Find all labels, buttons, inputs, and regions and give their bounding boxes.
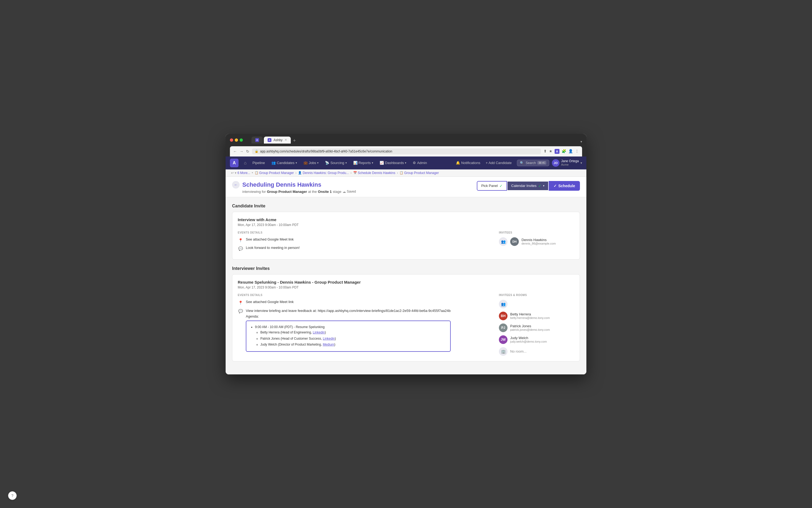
schedule-check-icon: ✓: [553, 184, 557, 188]
user-menu[interactable]: JO Jane Ortega Acme ▾: [552, 159, 582, 167]
nav-dashboards[interactable]: 📈 Dashboards ▾: [377, 160, 409, 166]
nav-reports-label: Reports: [359, 161, 371, 165]
tab-favicon-active: A: [268, 138, 271, 142]
search-bar[interactable]: 🔍 Search ⌘+K: [517, 160, 549, 166]
judy-info: Judy Welch judy.welch@demo.tony.com: [510, 336, 547, 343]
add-candidate-button[interactable]: + Add Candidate: [483, 160, 514, 166]
person-icon: 👤: [298, 171, 302, 174]
agenda-p3-link[interactable]: Medium: [323, 343, 334, 346]
reload-button[interactable]: ↻: [246, 149, 249, 154]
agenda-p1-suffix: ): [325, 331, 326, 334]
notifications-button[interactable]: 🔔 Notifications: [456, 161, 480, 165]
nav-candidates[interactable]: 👥 Candidates ▾: [269, 160, 300, 166]
top-nav: A ⌂ Pipeline 👥 Candidates ▾ 💼 Jobs ▾ 📡 S…: [226, 157, 586, 169]
nav-admin[interactable]: ⚙ Admin: [410, 160, 430, 166]
interviewer-location-icon: 📍: [238, 300, 243, 305]
bookmark-icon[interactable]: ★: [549, 149, 552, 154]
invitee-group-icon-row: 👥: [499, 300, 574, 308]
inactive-tab[interactable]: A: [252, 136, 263, 143]
nav-sourcing[interactable]: 📡 Sourcing ▾: [322, 160, 349, 166]
user-profile-icon[interactable]: 👤: [568, 149, 573, 154]
briefcase-icon: 📋: [255, 171, 259, 174]
page-title: ← Scheduling Dennis Hawkins: [232, 181, 356, 188]
job-icon: 📋: [400, 171, 403, 174]
breadcrumb-sep1: •: [252, 171, 253, 175]
calendar-icon: 📅: [353, 171, 357, 174]
extensions-icon[interactable]: 🧩: [561, 149, 566, 154]
candidate-event-title: Interview with Acme: [238, 217, 574, 222]
breadcrumb-sep3: ›: [351, 171, 352, 175]
tab-close-icon[interactable]: ✕: [284, 138, 287, 142]
menu-icon[interactable]: ⋮: [575, 149, 579, 154]
agenda-p2-suffix: ): [335, 337, 336, 340]
dennis-info: Dennis Hawkins dennis_86@example.com: [522, 238, 556, 245]
schedule-button[interactable]: ✓ Schedule: [549, 181, 580, 191]
active-tab[interactable]: A Ashby ✕: [264, 136, 291, 143]
schedule-label: Schedule: [558, 184, 575, 188]
window-controls[interactable]: ▾: [581, 140, 582, 143]
nav-logo[interactable]: A: [230, 159, 238, 167]
nav-dashboards-icon: 📈: [379, 161, 384, 165]
minimize-button[interactable]: [235, 138, 238, 142]
jobs-chevron-icon: ▾: [317, 161, 318, 164]
traffic-lights: [230, 138, 243, 142]
nav-right: 🔔 Notifications + Add Candidate 🔍 Search…: [456, 159, 582, 167]
nav-pipeline[interactable]: Pipeline: [250, 160, 268, 166]
location-icon: 📍: [238, 238, 243, 243]
browser-controls: A A Ashby ✕ + ▾: [230, 136, 582, 143]
nav-dashboards-label: Dashboards: [385, 161, 404, 165]
share-icon[interactable]: ⬆: [544, 149, 547, 154]
interviewer-detail-row-2: 💬 View interview briefing and leave feed…: [238, 308, 488, 352]
page-header: ← Scheduling Dennis Hawkins interviewing…: [226, 177, 586, 197]
nav-jobs[interactable]: 💼 Jobs ▾: [301, 160, 321, 166]
patrick-name: Patrick Jones: [510, 324, 550, 328]
url-bar-row: ← → ↻ 🔒 app.ashbyhq.com/schedules/drafts…: [230, 146, 582, 157]
subtitle-prefix: interviewing for: [242, 189, 266, 194]
calendar-invites-button[interactable]: Calendar Invites ✓ ▾: [507, 181, 548, 190]
breadcrumb-item2[interactable]: 👤 Dennis Hawkins: Group Produ...: [298, 171, 349, 175]
nav-sourcing-label: Sourcing: [330, 161, 344, 165]
user-menu-chevron-icon: ▾: [581, 161, 582, 165]
breadcrumb-sep2: ›: [295, 171, 297, 175]
home-button[interactable]: ⌂: [242, 160, 249, 166]
back-button[interactable]: ←: [232, 181, 240, 188]
help-icon: ?: [11, 494, 13, 498]
address-bar[interactable]: 🔒 app.ashbyhq.com/schedules/drafts/98ba0…: [252, 149, 541, 154]
notifications-label: Notifications: [461, 161, 480, 165]
browser-actions: ⬆ ★ A 🧩 👤 ⋮: [544, 149, 579, 154]
lock-icon: 🔒: [255, 150, 259, 153]
breadcrumb-item4[interactable]: 📋 Group Product Manager: [400, 171, 439, 175]
betty-info: Betty Herrera betty.herrera@demo.tony.co…: [510, 312, 550, 320]
calendar-chevron-icon: ▾: [543, 184, 544, 187]
breadcrumb-history-icon[interactable]: ↩: [231, 171, 234, 175]
agenda-p1-link[interactable]: Linkedin: [313, 331, 325, 334]
interviewer-detail-1-text: See attached Google Meet link: [246, 300, 294, 304]
breadcrumb-item1[interactable]: 📋 Group Product Manager: [255, 171, 294, 175]
agenda-item-1: 9:00 AM - 10:00 AM (PDT) - Resume Spelun…: [255, 324, 446, 347]
betty-email: betty.herrera@demo.tony.com: [510, 316, 550, 320]
betty-row: BH Betty Herrera betty.herrera@demo.tony…: [499, 312, 574, 320]
back-button[interactable]: ←: [233, 149, 237, 154]
browser-window: A A Ashby ✕ + ▾ ← → ↻ 🔒 app.ashbyhq.com/…: [226, 134, 586, 374]
calendar-invites-label: Calendar Invites: [511, 184, 537, 188]
patrick-email: patrick.jones@demo.tony.com: [510, 328, 550, 331]
interviewer-event-details: EVENTS DETAILS 📍 See attached Google Mee…: [238, 294, 488, 356]
agenda-sub-2: Patrick Jones (Head of Customer Success,…: [260, 336, 446, 341]
extension-icon[interactable]: A: [555, 149, 559, 154]
forward-button[interactable]: →: [240, 149, 243, 154]
detail-row-1: 📍 See attached Google Meet link: [238, 237, 488, 243]
nav-pipeline-label: Pipeline: [253, 161, 265, 165]
maximize-button[interactable]: [240, 138, 243, 142]
breadcrumb-item3[interactable]: 📅 Schedule Dennis Hawkins: [353, 171, 395, 175]
pick-panel-button[interactable]: Pick Panel ✓: [477, 181, 507, 191]
user-name: Jane Ortega: [561, 159, 579, 163]
close-button[interactable]: [230, 138, 233, 142]
nav-reports[interactable]: 📊 Reports ▾: [351, 160, 376, 166]
new-tab-button[interactable]: +: [292, 138, 297, 143]
breadcrumb-more[interactable]: 6 More...: [237, 171, 250, 175]
dennis-avatar: DH: [510, 237, 519, 246]
invitees-group-icon-2: 👥: [499, 300, 507, 308]
agenda-p2-link[interactable]: Linkedin: [323, 337, 335, 340]
help-button[interactable]: ?: [8, 491, 17, 500]
candidate-invitee-row: 👥 DH Dennis Hawkins dennis_86@example.co…: [499, 237, 574, 246]
